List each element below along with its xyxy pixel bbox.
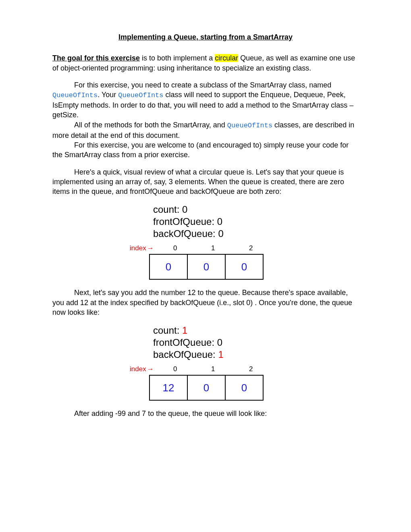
- arrow-icon: →: [147, 244, 154, 253]
- goal-text-1: is to both implement a: [140, 54, 215, 62]
- para-visual-intro: Here's a quick, visual review of what a …: [52, 167, 359, 197]
- diag2-cell-1: 0: [187, 375, 225, 400]
- diag1-count-val: 0: [182, 204, 187, 215]
- diag1-idx-0: 0: [156, 244, 194, 253]
- diag1-idx-2: 2: [232, 244, 270, 253]
- diag2-count-label: count:: [153, 325, 182, 336]
- index-label: index: [130, 365, 146, 374]
- diag1-cell-1: 0: [187, 254, 225, 279]
- diag2-idx-2: 2: [232, 365, 270, 374]
- goal-label: The goal for this exercise: [52, 54, 140, 62]
- p4: For this exercise, you are welcome to (a…: [52, 141, 349, 159]
- diag1-array: 0 0 0: [149, 254, 264, 280]
- index-label: index: [130, 244, 146, 253]
- code-queueofints-3: QueueOfInts: [227, 122, 272, 129]
- para-subclass: For this exercise, you need to create a …: [52, 80, 359, 160]
- diag2-count-val: 1: [182, 325, 187, 336]
- diag1-count-label: count:: [153, 204, 182, 215]
- diag2-front-label: frontOfQueue:: [153, 337, 217, 348]
- diag1-state: count: 0 frontOfQueue: 0 backOfQueue: 0: [153, 204, 274, 240]
- diagram-2: count: 1 frontOfQueue: 0 backOfQueue: 1 …: [137, 324, 274, 401]
- diag1-cell-0: 0: [149, 254, 187, 279]
- goal-paragraph: The goal for this exercise is to both im…: [52, 53, 359, 73]
- diagram-1: count: 0 frontOfQueue: 0 backOfQueue: 0 …: [137, 204, 274, 280]
- p5: Here's a quick, visual review of what a …: [52, 168, 344, 196]
- diag2-cell-2: 0: [225, 375, 263, 400]
- p2a: For this exercise, you need to create a …: [74, 81, 331, 89]
- diag2-state: count: 1 frontOfQueue: 0 backOfQueue: 1: [153, 324, 274, 361]
- diag2-cell-0: 12: [149, 375, 187, 400]
- diag1-idx-1: 1: [194, 244, 232, 253]
- diag2-back-label: backOfQueue:: [153, 349, 218, 360]
- diag1-index-row: index → 0 1 2: [130, 244, 274, 253]
- diag1-front-val: 0: [217, 216, 222, 227]
- p2b: . Your: [98, 91, 118, 99]
- diag2-index-row: index → 0 1 2: [130, 365, 274, 374]
- diag1-back-val: 0: [218, 228, 223, 239]
- para-add-more: After adding -99 and 7 to the queue, the…: [52, 409, 359, 418]
- diag2-idx-1: 1: [194, 365, 232, 374]
- p6: Next, let's say you add the number 12 to…: [52, 289, 352, 316]
- diag1-front-label: frontOfQueue:: [153, 216, 217, 227]
- diag2-back-val: 1: [218, 349, 223, 360]
- page-title: Implementing a Queue, starting from a Sm…: [52, 32, 359, 42]
- diag2-front-val: 0: [217, 337, 222, 348]
- para-add-12: Next, let's say you add the number 12 to…: [52, 288, 359, 317]
- diag2-idx-0: 0: [156, 365, 194, 374]
- diag1-cell-2: 0: [225, 254, 263, 279]
- diag1-back-label: backOfQueue:: [153, 228, 218, 239]
- diag2-array: 12 0 0: [149, 375, 264, 401]
- arrow-icon: →: [147, 365, 154, 374]
- p3a: All of the methods for both the SmartArr…: [74, 121, 227, 129]
- code-queueofints-2: QueueOfInts: [118, 91, 163, 99]
- p7: After adding -99 and 7 to the queue, the…: [74, 409, 267, 418]
- highlight-circular: circular: [215, 54, 238, 62]
- code-queueofints-1: QueueOfInts: [52, 91, 98, 99]
